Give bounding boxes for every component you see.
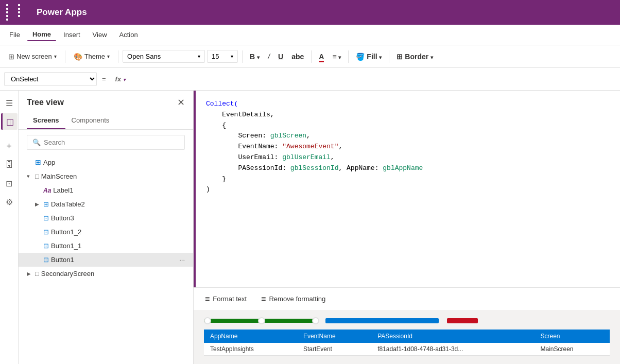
mainscreen-label: MainScreen: [41, 172, 77, 180]
font-label: Open Sans: [127, 53, 196, 60]
bold-button[interactable]: B ▾: [247, 50, 263, 63]
property-selector[interactable]: OnSelect: [4, 72, 97, 86]
sidebar-menu-icon[interactable]: ☰: [1, 95, 18, 111]
btn3-label: Button3: [51, 214, 74, 222]
separator-3: [242, 50, 243, 63]
green-thumb-3[interactable]: [312, 317, 319, 324]
fx-label: fx: [115, 75, 122, 83]
tree-item-button1[interactable]: ⊡ Button1 ···: [19, 253, 193, 267]
border-chevron: ▾: [430, 55, 433, 60]
top-bar: Power Apps: [0, 0, 620, 25]
font-chevron-icon: ▾: [198, 54, 200, 59]
tree-item-button1_2[interactable]: ⊡ Button1_2: [19, 225, 193, 239]
tree-tabs: Screens Components: [19, 112, 193, 130]
secondary-chevron: ▶: [27, 271, 33, 276]
border-icon: ⊞: [397, 53, 403, 61]
tree-item-mainscreen[interactable]: ▾ □ MainScreen: [19, 169, 193, 183]
sidebar-data-icon[interactable]: 🗄: [1, 157, 18, 173]
red-slider[interactable]: [447, 318, 478, 323]
font-color-button[interactable]: A: [316, 50, 327, 63]
green-thumb-1[interactable]: [204, 317, 211, 324]
blue-slider[interactable]: [325, 318, 439, 323]
tree-item-button3[interactable]: ⊡ Button3: [19, 211, 193, 225]
slider-row: [204, 318, 610, 323]
btn11-label: Button1_1: [51, 242, 81, 250]
remove-formatting-label: Remove formatting: [269, 295, 325, 303]
tree-title: Tree view: [27, 98, 64, 107]
mainscreen-icon: □: [35, 172, 39, 180]
col-screen: Screen: [535, 330, 610, 343]
search-input[interactable]: [44, 138, 179, 146]
italic-button[interactable]: /: [265, 50, 273, 63]
underline-label: U: [278, 53, 283, 61]
cell-eventname: StartEvent: [297, 343, 371, 356]
remove-formatting-button[interactable]: ≡ Remove formatting: [256, 292, 331, 306]
label1-icon: Aa: [43, 187, 51, 194]
sidebar-components-icon[interactable]: ⊡: [1, 175, 18, 192]
tree-item-app[interactable]: ⊞ App: [19, 155, 193, 169]
border-button[interactable]: ⊞ Border ▾: [393, 50, 436, 63]
btn1-more-icon[interactable]: ···: [179, 256, 185, 264]
menu-file[interactable]: File: [4, 29, 25, 41]
col-appname: AppName: [204, 330, 297, 343]
theme-button[interactable]: 🎨 Theme ▾: [70, 50, 114, 63]
btn1-label: Button1: [51, 256, 74, 264]
theme-label: Theme: [84, 53, 105, 60]
italic-label: /: [268, 53, 270, 61]
font-selector[interactable]: Open Sans ▾: [123, 50, 205, 63]
equals-sign: =: [99, 75, 109, 83]
font-size-chevron-icon: ▾: [231, 54, 233, 59]
menu-insert[interactable]: Insert: [58, 29, 85, 41]
fill-button[interactable]: 🪣 Fill ▾: [353, 50, 385, 63]
format-text-button[interactable]: ≡ Format text: [200, 292, 252, 306]
separator-2: [118, 50, 118, 63]
fill-chevron: ▾: [379, 55, 382, 60]
app-label: App: [43, 159, 55, 166]
menu-action[interactable]: Action: [114, 29, 143, 41]
btn1-icon: ⊡: [43, 256, 49, 264]
underline-button[interactable]: U: [275, 50, 286, 63]
tree-item-button1_1[interactable]: ⊡ Button1_1: [19, 239, 193, 253]
tree-search-container: 🔍: [27, 135, 185, 150]
tree-close-button[interactable]: ✕: [177, 97, 185, 108]
canvas-area: AppName EventName PASessionId Screen Tes…: [194, 310, 620, 364]
menu-home[interactable]: Home: [27, 28, 56, 41]
font-color-label: A: [319, 53, 324, 62]
separator-1: [65, 50, 65, 63]
format-text-label: Format text: [213, 295, 247, 303]
green-slider[interactable]: [204, 319, 317, 323]
data-table: AppName EventName PASessionId Screen Tes…: [204, 330, 610, 356]
format-text-icon: ≡: [205, 294, 210, 304]
fill-icon: 🪣: [356, 53, 365, 61]
strikethrough-label: abc: [291, 53, 304, 61]
fx-chevron: ▾: [123, 77, 126, 82]
app-grid-icon[interactable]: [6, 4, 28, 21]
new-screen-button[interactable]: ⊞ New screen ▾: [4, 50, 61, 63]
align-button[interactable]: ≡ ▾: [329, 50, 344, 63]
separator-6: [389, 50, 389, 63]
menu-view[interactable]: View: [88, 29, 112, 41]
strikethrough-button[interactable]: abc: [288, 50, 307, 63]
sidebar-tools-icon[interactable]: ⚙: [1, 194, 18, 210]
border-label: Border: [405, 53, 428, 61]
tab-components[interactable]: Components: [65, 112, 116, 129]
tree-item-secondaryscreen[interactable]: ▶ □ SecondaryScreen: [19, 267, 193, 281]
toolbar: ⊞ New screen ▾ 🎨 Theme ▾ Open Sans ▾ 15 …: [0, 45, 620, 68]
new-screen-chevron: ▾: [54, 54, 57, 59]
sidebar-add-icon[interactable]: +: [1, 138, 18, 154]
col-pasessionid: PASessionId: [371, 330, 534, 343]
sidebar-layers-icon[interactable]: ◫: [1, 113, 18, 130]
tree-item-datatable2[interactable]: ▶ ⊞ DataTable2: [19, 197, 193, 211]
remove-formatting-icon: ≡: [261, 294, 266, 304]
code-editor[interactable]: Collect( EventDetails, { Screen: gblScre…: [194, 91, 620, 287]
font-size-selector[interactable]: 15 ▾: [207, 50, 238, 63]
green-thumb-2[interactable]: [258, 317, 265, 324]
fx-button[interactable]: fx ▾: [111, 73, 130, 85]
menu-bar: File Home Insert View Action: [0, 25, 620, 45]
separator-5: [348, 50, 349, 63]
separator-4: [311, 50, 312, 63]
tree-item-label1[interactable]: Aa Label1: [19, 183, 193, 197]
btn12-label: Button1_2: [51, 228, 81, 236]
tab-screens[interactable]: Screens: [27, 112, 65, 129]
app-title: Power Apps: [37, 7, 87, 18]
